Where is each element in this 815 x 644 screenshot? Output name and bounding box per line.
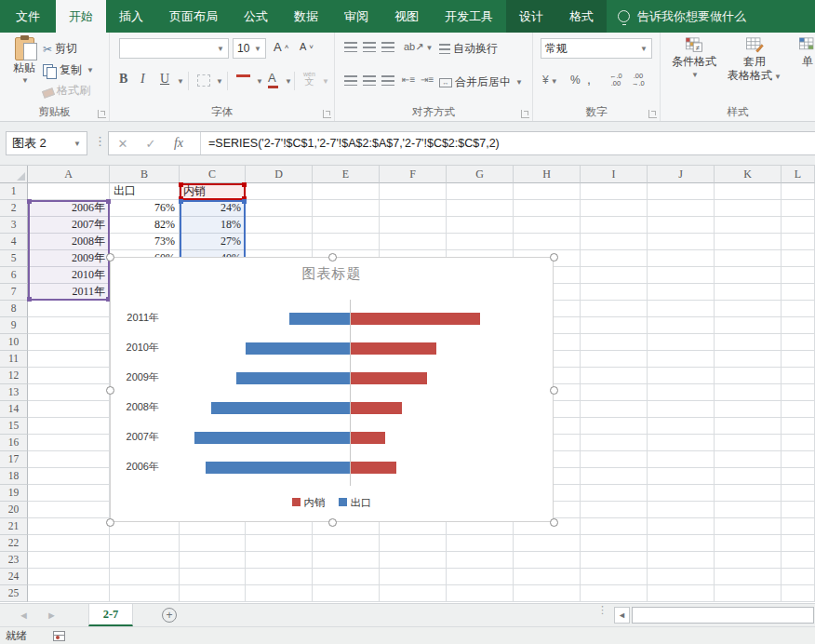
row-header-17[interactable]: 17 [0, 451, 28, 468]
fill-color-dropdown-arrow[interactable]: ▼ [256, 77, 263, 86]
enter-icon[interactable]: ✓ [137, 137, 165, 151]
cell-F24[interactable] [380, 569, 447, 585]
cell-J24[interactable] [648, 569, 715, 585]
cell-L10[interactable] [782, 334, 815, 351]
cell-A24[interactable] [28, 569, 110, 585]
increase-decimal-button[interactable]: ←.0.00 [609, 73, 622, 87]
orientation-button[interactable]: ab↗▼ [404, 41, 433, 53]
cell-C4[interactable]: 27% [180, 234, 246, 250]
insert-function-icon[interactable]: fx [165, 136, 193, 151]
cell-A12[interactable] [28, 368, 110, 384]
cell-A25[interactable] [28, 585, 110, 602]
cell-I11[interactable] [581, 351, 648, 368]
cell-I1[interactable] [581, 183, 648, 200]
cell-A16[interactable] [28, 435, 110, 451]
row-header-23[interactable]: 23 [0, 552, 28, 569]
cell-L23[interactable] [782, 552, 815, 569]
cell-E23[interactable] [313, 552, 380, 569]
cell-L4[interactable] [782, 234, 815, 250]
row-header-8[interactable]: 8 [0, 301, 28, 317]
cell-K1[interactable] [715, 183, 782, 200]
cell-H4[interactable] [514, 234, 581, 250]
cell-F22[interactable] [380, 535, 447, 552]
row-header-9[interactable]: 9 [0, 317, 28, 334]
legend-item-内销[interactable]: 内销 [292, 496, 326, 510]
cell-F23[interactable] [380, 552, 447, 569]
bar-内销[interactable] [351, 372, 427, 384]
tab-review[interactable]: 审阅 [331, 0, 381, 33]
cell-G22[interactable] [447, 535, 514, 552]
cell-C23[interactable] [180, 552, 246, 569]
cell-A8[interactable] [28, 301, 110, 317]
decrease-indent-icon[interactable]: ⇤≡ [402, 74, 415, 85]
cell-L20[interactable] [782, 502, 815, 518]
row-header-24[interactable]: 24 [0, 569, 28, 585]
font-size-combo[interactable]: 10▼ [233, 38, 266, 59]
cell-B3[interactable]: 82% [110, 217, 180, 234]
cell-styles-button[interactable]: 单 [789, 37, 815, 69]
chart-category-label[interactable]: 2011年 [116, 311, 159, 325]
name-box-dropdown-arrow[interactable]: ▼ [73, 140, 81, 148]
cell-E2[interactable] [313, 200, 380, 217]
formula-input[interactable]: =SERIES('2-7'!$C$1,'2-7'!$A$2:$A$7,'2-7'… [205, 137, 500, 150]
row-header-21[interactable]: 21 [0, 518, 28, 535]
cell-K14[interactable] [715, 401, 782, 418]
chart-resize-handle[interactable] [550, 253, 558, 262]
italic-button[interactable]: I [140, 72, 145, 87]
cell-G2[interactable] [447, 200, 514, 217]
cell-A10[interactable] [28, 334, 110, 351]
cell-L18[interactable] [782, 468, 815, 485]
name-box[interactable]: 图表 2 ▼ [6, 131, 87, 155]
cell-H22[interactable] [514, 535, 581, 552]
cell-I4[interactable] [581, 234, 648, 250]
cell-D4[interactable] [246, 234, 313, 250]
cell-H24[interactable] [514, 569, 581, 585]
cell-J13[interactable] [648, 384, 715, 401]
cell-A20[interactable] [28, 502, 110, 518]
row-header-22[interactable]: 22 [0, 535, 28, 552]
cell-K15[interactable] [715, 418, 782, 435]
cell-A14[interactable] [28, 401, 110, 418]
cell-J6[interactable] [648, 267, 715, 284]
cell-G25[interactable] [447, 585, 514, 602]
format-as-table-dropdown-arrow[interactable]: ▼ [774, 73, 782, 81]
bar-出口[interactable] [236, 372, 350, 384]
cell-A23[interactable] [28, 552, 110, 569]
cell-D23[interactable] [246, 552, 313, 569]
cell-G24[interactable] [447, 569, 514, 585]
cell-L9[interactable] [782, 317, 815, 334]
row-header-18[interactable]: 18 [0, 468, 28, 485]
cell-K6[interactable] [715, 267, 782, 284]
formula-bar-grip[interactable]: ⋮ [94, 134, 106, 148]
cell-L17[interactable] [782, 451, 815, 468]
cell-A7[interactable]: 2011年 [28, 284, 110, 301]
decrease-decimal-button[interactable]: .00→.0 [632, 73, 645, 87]
chart-resize-handle[interactable] [550, 518, 558, 527]
cell-J7[interactable] [648, 284, 715, 301]
row-header-25[interactable]: 25 [0, 585, 28, 602]
cell-I22[interactable] [581, 535, 648, 552]
chart-resize-handle[interactable] [106, 253, 114, 262]
cancel-icon[interactable]: ✕ [109, 137, 137, 151]
cell-H1[interactable] [514, 183, 581, 200]
cell-D2[interactable] [246, 200, 313, 217]
col-header-L[interactable]: L [782, 166, 815, 183]
cell-K8[interactable] [715, 301, 782, 317]
row-header-5[interactable]: 5 [0, 250, 28, 267]
chart-object[interactable]: 图表标题 2011年2010年2009年2008年2007年2006年 内销出口 [110, 257, 554, 522]
copy-dropdown-arrow[interactable]: ▼ [87, 66, 94, 74]
align-bottom-icon[interactable] [381, 42, 394, 52]
underline-button[interactable]: U [160, 72, 169, 87]
cell-I13[interactable] [581, 384, 648, 401]
bar-出口[interactable] [289, 313, 350, 325]
col-header-B[interactable]: B [110, 166, 180, 183]
number-format-combo[interactable]: 常规▼ [541, 38, 652, 59]
cell-B22[interactable] [110, 535, 180, 552]
cell-K19[interactable] [715, 485, 782, 502]
cell-I17[interactable] [581, 451, 648, 468]
alignment-dialog-launcher[interactable] [521, 110, 529, 118]
col-header-I[interactable]: I [581, 166, 648, 183]
font-color-button[interactable]: A [268, 71, 278, 88]
cell-I24[interactable] [581, 569, 648, 585]
align-right-icon[interactable] [381, 75, 394, 86]
